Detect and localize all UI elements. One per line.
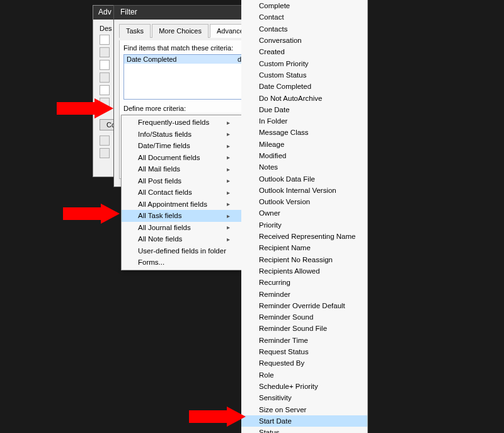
category-menu-label: Forms...: [138, 258, 164, 266]
tab-tasks[interactable]: Tasks: [119, 24, 151, 38]
field-menu-item[interactable]: Custom Status: [241, 69, 367, 81]
category-menu-label: User-defined fields in folder: [138, 247, 226, 255]
field-menu-item[interactable]: Reminder Override Default: [241, 300, 367, 311]
field-menu-item[interactable]: Recipients Allowed: [241, 265, 367, 277]
category-menu-label: All Contact fields: [138, 188, 192, 196]
field-menu-item[interactable]: Do Not AutoArchive: [241, 92, 367, 103]
field-menu-item[interactable]: Size on Server: [241, 403, 367, 415]
field-menu-item[interactable]: Due Date: [241, 104, 367, 115]
category-menu-label: All Document fields: [138, 154, 200, 161]
field-menu-item[interactable]: Role: [241, 369, 367, 381]
annotation-arrow-icon: [63, 204, 120, 224]
submenu-arrow-icon: ▸: [227, 200, 230, 207]
category-menu-item[interactable]: Frequently-used fields▸: [122, 117, 241, 129]
category-menu-item[interactable]: All Task fields▸: [122, 210, 241, 222]
field-categories-menu: Frequently-used fields▸Info/Status field…: [121, 115, 242, 270]
submenu-arrow-icon: ▸: [227, 236, 230, 243]
category-menu-label: Frequently-used fields: [138, 118, 209, 126]
field-menu-item[interactable]: Modified: [241, 150, 367, 161]
submenu-arrow-icon: ▸: [227, 119, 230, 126]
field-menu-item[interactable]: Notes: [241, 161, 367, 173]
field-menu-item[interactable]: Owner: [241, 207, 367, 219]
tab-more-choices[interactable]: More Choices: [152, 24, 209, 38]
category-menu-label: All Mail fields: [138, 165, 180, 173]
field-menu-item[interactable]: Message Class: [241, 127, 367, 138]
field-menu-item[interactable]: Sensitivity: [241, 392, 367, 403]
svg-marker-1: [63, 204, 120, 224]
category-menu-label: All Journal fields: [138, 224, 191, 231]
checkbox-slot: [100, 47, 110, 57]
field-menu-item[interactable]: Conversation: [241, 35, 367, 46]
category-menu-label: Date/Time fields: [138, 142, 190, 149]
field-menu-item[interactable]: Recipient No Reassign: [241, 254, 367, 265]
checkbox-slot[interactable]: [100, 35, 110, 45]
field-menu-item[interactable]: Contact: [241, 11, 367, 23]
category-menu-item[interactable]: All Journal fields▸: [122, 222, 241, 234]
category-menu-item[interactable]: Info/Status fields▸: [122, 129, 241, 141]
svg-marker-2: [189, 407, 246, 427]
field-menu-item[interactable]: Reminder Sound: [241, 311, 367, 323]
field-menu-item[interactable]: Outlook Data File: [241, 173, 367, 184]
field-menu-item[interactable]: In Folder: [241, 115, 367, 127]
category-menu-label: All Post fields: [138, 177, 181, 185]
field-menu-item[interactable]: Outlook Internal Version: [241, 185, 367, 196]
field-menu-item[interactable]: Date Completed: [241, 81, 367, 92]
field-menu-item[interactable]: Status: [241, 427, 367, 433]
field-menu-item[interactable]: Recurring: [241, 277, 367, 288]
checkbox-slot: [100, 98, 110, 108]
category-menu-item[interactable]: Date/Time fields▸: [122, 140, 241, 152]
submenu-arrow-icon: ▸: [227, 189, 230, 196]
field-menu-item[interactable]: Complete: [241, 0, 367, 11]
submenu-arrow-icon: ▸: [227, 154, 230, 161]
checkbox-slot: [100, 148, 110, 158]
field-menu-item[interactable]: Outlook Version: [241, 196, 367, 207]
checkbox-slot: [100, 72, 110, 83]
category-menu-label: All Note fields: [138, 235, 182, 243]
category-menu-item[interactable]: Forms...: [122, 257, 241, 268]
submenu-arrow-icon: ▸: [227, 166, 230, 173]
category-menu-label: All Appointment fields: [138, 200, 207, 208]
checkbox-slot[interactable]: [100, 85, 110, 95]
category-menu-label: All Task fields: [138, 212, 181, 219]
submenu-arrow-icon: ▸: [227, 224, 230, 231]
annotation-arrow-icon: [189, 407, 246, 427]
field-menu-item[interactable]: Mileage: [241, 139, 367, 150]
field-menu-item[interactable]: Contacts: [241, 23, 367, 35]
field-menu-item[interactable]: Reminder Time: [241, 335, 367, 346]
submenu-arrow-icon: ▸: [227, 130, 230, 137]
category-menu-item[interactable]: All Note fields▸: [122, 233, 241, 245]
field-menu-item[interactable]: Requested By: [241, 357, 367, 369]
category-menu-item[interactable]: All Mail fields▸: [122, 163, 241, 175]
field-menu-item[interactable]: Schedule+ Priority: [241, 381, 367, 392]
category-menu-item[interactable]: User-defined fields in folder: [122, 245, 241, 257]
field-menu-item[interactable]: Priority: [241, 219, 367, 231]
criteria-field: Date Completed: [127, 55, 185, 63]
field-menu-item[interactable]: Reminder Sound File: [241, 323, 367, 334]
category-menu-item[interactable]: All Document fields▸: [122, 152, 241, 164]
field-menu-item[interactable]: Created: [241, 46, 367, 57]
submenu-arrow-icon: ▸: [227, 142, 230, 149]
field-menu-item[interactable]: Request Status: [241, 346, 367, 357]
field-menu-item[interactable]: Start Date: [241, 415, 367, 427]
field-menu-item[interactable]: Reminder: [241, 288, 367, 299]
field-menu-item[interactable]: Received Representing Name: [241, 231, 367, 242]
submenu-arrow-icon: ▸: [227, 177, 230, 184]
checkbox-slot: [100, 136, 110, 146]
category-menu-item[interactable]: All Appointment fields▸: [122, 199, 241, 211]
submenu-arrow-icon: ▸: [227, 212, 230, 219]
checkbox-slot[interactable]: [100, 60, 110, 70]
field-menu-item[interactable]: Recipient Name: [241, 242, 367, 253]
category-menu-item[interactable]: All Post fields▸: [122, 175, 241, 187]
field-menu-item[interactable]: Custom Priority: [241, 57, 367, 69]
task-fields-menu: CompleteContactContactsConversationCreat…: [241, 0, 368, 433]
category-menu-item[interactable]: All Contact fields▸: [122, 187, 241, 199]
category-menu-label: Info/Status fields: [138, 130, 192, 138]
